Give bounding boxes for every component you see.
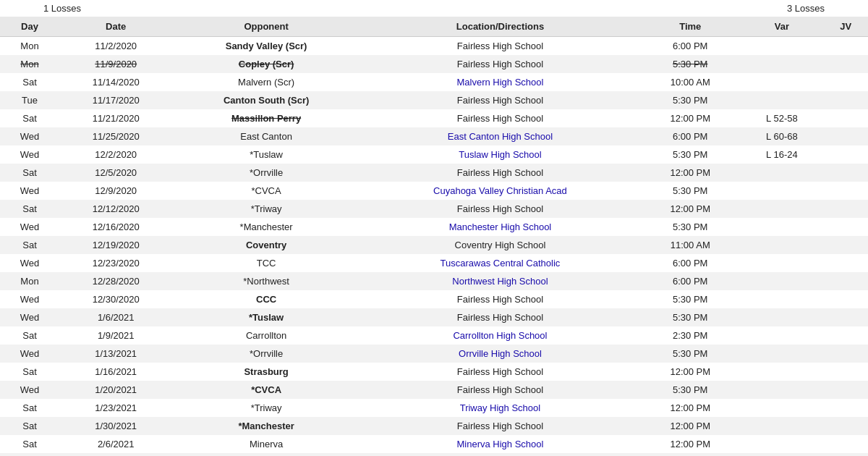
cell-location: Fairless High School	[360, 109, 640, 127]
cell-time: 5:30 PM	[640, 182, 740, 200]
cell-jv	[823, 363, 868, 381]
cell-time: 6:00 PM	[640, 127, 740, 145]
cell-var	[740, 326, 823, 345]
cell-day: Wed	[0, 127, 59, 145]
table-row: Sat1/9/2021CarrolltonCarrollton High Sch…	[0, 326, 868, 345]
location-link[interactable]: Tuslaw High School	[459, 149, 541, 160]
cell-day: Mon	[0, 55, 59, 73]
location-link[interactable]: East Canton High School	[448, 131, 553, 142]
cell-day: Mon	[0, 453, 59, 456]
cell-location[interactable]: Carrollton High School	[360, 326, 640, 345]
cell-jv	[823, 435, 868, 453]
cell-location: Coventry High School	[360, 236, 640, 254]
cell-opponent: *Orrville	[172, 345, 359, 363]
cell-var	[740, 381, 823, 399]
table-row: Wed12/2/2020*TuslawTuslaw High School5:3…	[0, 145, 868, 164]
cell-var: L 52-58	[740, 109, 823, 127]
cell-time: 12:00 PM	[640, 435, 740, 453]
cell-location[interactable]: Minerva High School	[360, 435, 640, 453]
cell-jv	[823, 145, 868, 164]
cell-day: Wed	[0, 345, 59, 363]
cell-location: Fairless High School	[360, 55, 640, 73]
cell-date: 2/6/2021	[59, 435, 172, 453]
table-row: Sat1/16/2021StrasburgFairless High Schoo…	[0, 363, 868, 381]
location-link[interactable]: Tuscarawas Central Catholic	[441, 258, 561, 269]
col-opponent: Opponent	[172, 17, 359, 37]
cell-opponent: *Triway	[172, 200, 359, 218]
table-row: Wed12/23/2020TCCTuscarawas Central Catho…	[0, 254, 868, 272]
cell-jv	[823, 453, 868, 456]
cell-location[interactable]: Triway High School	[360, 399, 640, 417]
location-link[interactable]: Cuyahoga Valley Christian Acad	[433, 185, 567, 196]
cell-location[interactable]: Tuscarawas Central Catholic	[360, 254, 640, 272]
cell-date: 11/25/2020	[59, 127, 172, 145]
cell-location: Fairless High School	[360, 200, 640, 218]
cell-jv	[823, 308, 868, 326]
cell-day: Wed	[0, 145, 59, 164]
col-var: Var	[740, 17, 823, 37]
right-losses: 3 Losses	[787, 3, 825, 14]
cell-day: Sat	[0, 164, 59, 182]
cell-var	[740, 200, 823, 218]
cell-opponent: *Manchester	[172, 218, 359, 236]
table-row: Wed11/25/2020East CantonEast Canton High…	[0, 127, 868, 145]
table-row: Wed12/30/2020CCCFairless High School5:30…	[0, 290, 868, 308]
cell-day: Tue	[0, 91, 59, 109]
cell-location: Fairless High School	[360, 308, 640, 326]
location-link[interactable]: Orrville High School	[459, 348, 542, 359]
table-row: Sat12/19/2020CoventryCoventry High Schoo…	[0, 236, 868, 254]
cell-location[interactable]: Orrville High School	[360, 345, 640, 363]
location-link[interactable]: Minerva High School	[456, 439, 543, 449]
cell-jv	[823, 254, 868, 272]
table-row: Wed1/20/2021*CVCAFairless High School5:3…	[0, 381, 868, 399]
cell-date: 12/16/2020	[59, 218, 172, 236]
cell-var	[740, 37, 823, 56]
cell-location[interactable]: Northwest High School	[360, 272, 640, 290]
cell-date: 12/12/2020	[59, 200, 172, 218]
table-row: Wed12/9/2020*CVCACuyahoga Valley Christi…	[0, 182, 868, 200]
table-row: Sat11/21/2020Massillon PerryFairless Hig…	[0, 109, 868, 127]
location-link[interactable]: Manchester High School	[449, 221, 552, 232]
cell-var	[740, 164, 823, 182]
cell-date: 1/23/2021	[59, 399, 172, 417]
cell-jv	[823, 218, 868, 236]
cell-time: 10:00 AM	[640, 73, 740, 91]
cell-date: 12/30/2020	[59, 290, 172, 308]
location-link[interactable]: Triway High School	[460, 402, 541, 413]
cell-location: Fairless High School	[360, 381, 640, 399]
cell-opponent: *Tuslaw	[172, 145, 359, 164]
cell-location[interactable]: East Canton High School	[360, 127, 640, 145]
cell-location[interactable]: Tuslaw High School	[360, 145, 640, 164]
cell-day: Wed	[0, 290, 59, 308]
table-row: Sat12/12/2020*TriwayFairless High School…	[0, 200, 868, 218]
cell-location[interactable]: Malvern High School	[360, 73, 640, 91]
location-link[interactable]: Northwest High School	[452, 276, 548, 287]
cell-day: Sat	[0, 326, 59, 345]
cell-jv	[823, 164, 868, 182]
cell-opponent: Massillon Perry	[172, 109, 359, 127]
cell-jv	[823, 272, 868, 290]
cell-time: 5:30 PM	[640, 453, 740, 456]
cell-day: Sat	[0, 363, 59, 381]
cell-jv	[823, 127, 868, 145]
location-link[interactable]: Malvern High School	[456, 77, 543, 88]
cell-location: Fairless High School	[360, 91, 640, 109]
cell-var	[740, 91, 823, 109]
cell-location[interactable]: Cuyahoga Valley Christian Acad	[360, 182, 640, 200]
cell-time: 12:00 PM	[640, 109, 740, 127]
table-row: Mon12/28/2020*NorthwestNorthwest High Sc…	[0, 272, 868, 290]
cell-jv	[823, 290, 868, 308]
table-row: Sat12/5/2020*OrrvilleFairless High Schoo…	[0, 164, 868, 182]
cell-jv	[823, 200, 868, 218]
cell-location[interactable]: Manchester High School	[360, 218, 640, 236]
cell-date: 11/2/2020	[59, 37, 172, 56]
location-link[interactable]: Carrollton High School	[453, 330, 547, 341]
cell-date: 12/28/2020	[59, 272, 172, 290]
col-day: Day	[0, 17, 59, 37]
cell-time: 12:00 PM	[640, 399, 740, 417]
cell-day: Sat	[0, 236, 59, 254]
cell-time: 5:30 PM	[640, 218, 740, 236]
cell-var	[740, 55, 823, 73]
cell-var	[740, 345, 823, 363]
cell-date: 1/9/2021	[59, 326, 172, 345]
